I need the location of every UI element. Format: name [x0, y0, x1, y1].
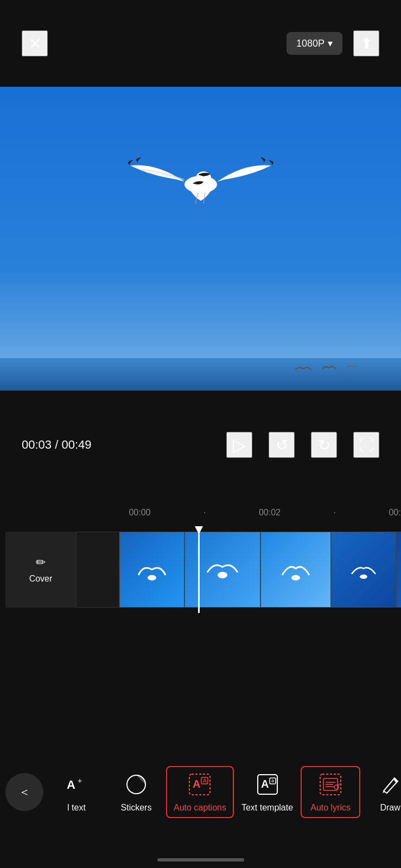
toolbar-item-add-text[interactable]: A + l text	[47, 766, 106, 818]
toolbar-item-auto-lyrics[interactable]: Auto lyrics	[301, 766, 360, 818]
clip-thumbnail-1	[120, 532, 184, 607]
export-icon: ⬆	[360, 35, 373, 53]
export-button[interactable]: ⬆	[353, 30, 379, 56]
ruler-dot-1: ·	[203, 508, 206, 518]
play-icon: ▷	[233, 435, 246, 455]
time-separator: /	[52, 438, 61, 451]
redo-button[interactable]: ↻	[311, 432, 337, 458]
svg-text:A: A	[261, 778, 269, 790]
video-clip-3[interactable]	[260, 532, 331, 608]
clip-bird-icon-3	[279, 548, 312, 591]
toolbar-item-text-template[interactable]: A a Text template	[234, 766, 301, 818]
ruler-dot-2: ·	[333, 508, 335, 518]
total-time: 00:49	[61, 438, 91, 451]
timeline-tracks: ✏ Cover	[0, 526, 401, 613]
svg-point-4	[148, 575, 156, 580]
close-button[interactable]: ✕	[22, 30, 48, 56]
water-background	[0, 358, 401, 391]
text-template-label: Text template	[241, 803, 293, 813]
resolution-button[interactable]: 1080P ▾	[287, 32, 342, 55]
ruler-mark-2: 00:04	[352, 508, 401, 518]
top-bar: ✕ 1080P ▾ ⬆	[0, 0, 401, 87]
bottom-toolbar: ＜ A + l text Stickers A A	[0, 749, 401, 835]
toolbar-item-draw[interactable]: Draw	[360, 766, 401, 818]
svg-text:A: A	[203, 778, 207, 784]
resolution-arrow-icon: ▾	[328, 37, 333, 49]
svg-text:A: A	[67, 778, 75, 792]
clip-thumbnail-3	[261, 532, 330, 607]
draw-label: Draw	[380, 803, 400, 813]
clip-bird-icon-2	[206, 548, 239, 591]
video-clip-5[interactable]	[396, 532, 401, 608]
playback-buttons: ▷ ↺ ↻ ⛶	[226, 432, 379, 458]
cover-track[interactable]: ✏ Cover	[5, 532, 76, 608]
video-clip-4[interactable]	[331, 532, 396, 608]
svg-point-6	[291, 575, 300, 580]
clip-thumbnail-5	[397, 532, 401, 607]
svg-point-24	[334, 785, 339, 789]
ruler-mark-1: 00:02	[222, 508, 317, 518]
auto-lyrics-label: Auto lyrics	[310, 803, 351, 813]
draw-icon	[377, 771, 401, 797]
fullscreen-icon: ⛶	[359, 436, 374, 454]
toolbar-item-auto-captions[interactable]: A A Auto captions	[166, 766, 234, 818]
play-button[interactable]: ▷	[226, 432, 252, 458]
time-display: 00:03 / 00:49	[22, 438, 91, 452]
timeline-area: 00:00 · 00:02 · 00:04 · 00:06 ✏ Cover	[0, 499, 401, 727]
cover-edit-icon: ✏	[36, 556, 46, 570]
home-indicator	[157, 858, 244, 861]
timeline-empty-area	[0, 613, 401, 722]
clip-bird-icon-1	[136, 548, 168, 591]
stickers-label: Stickers	[121, 803, 152, 813]
video-clip-2[interactable]	[184, 532, 260, 608]
svg-point-5	[218, 572, 227, 578]
svg-text:+: +	[78, 776, 82, 785]
clip-bird-icon-4	[347, 548, 380, 591]
auto-lyrics-icon	[317, 771, 343, 797]
video-preview	[0, 87, 401, 391]
add-text-label: l text	[67, 803, 86, 813]
redo-icon: ↻	[318, 436, 330, 454]
top-right-controls: 1080P ▾ ⬆	[287, 30, 379, 56]
clip-thumbnail-2	[185, 532, 260, 607]
toolbar-back-button[interactable]: ＜	[5, 773, 43, 811]
clip-thumbnail-4	[332, 532, 396, 607]
timeline-ruler: 00:00 · 00:02 · 00:04 · 00:06	[0, 499, 401, 526]
svg-text:A: A	[193, 778, 200, 790]
playback-controls-bar: 00:03 / 00:49 ▷ ↺ ↻ ⛶	[0, 391, 401, 499]
svg-text:a: a	[271, 778, 274, 783]
svg-point-7	[360, 575, 367, 579]
fullscreen-button[interactable]: ⛶	[353, 432, 379, 458]
video-canvas	[0, 87, 401, 391]
video-clips: +	[119, 532, 401, 608]
add-text-icon: A +	[63, 771, 90, 797]
bird-image	[125, 114, 277, 233]
playhead	[198, 526, 200, 613]
undo-button[interactable]: ↺	[269, 432, 295, 458]
auto-captions-label: Auto captions	[174, 803, 226, 813]
auto-captions-icon: A A	[187, 771, 213, 797]
back-icon: ＜	[18, 784, 30, 800]
small-birds	[295, 363, 358, 374]
undo-icon: ↺	[276, 436, 288, 454]
current-time: 00:03	[22, 438, 52, 451]
toolbar-item-stickers[interactable]: Stickers	[106, 766, 166, 818]
stickers-icon	[123, 771, 149, 797]
text-template-icon: A a	[254, 771, 281, 797]
svg-line-25	[338, 784, 340, 786]
black-clip[interactable]	[76, 532, 119, 608]
cover-label: Cover	[29, 574, 53, 584]
resolution-label: 1080P	[296, 38, 324, 49]
video-clip-1[interactable]	[119, 532, 184, 608]
ruler-mark-0: 00:00	[92, 508, 187, 518]
